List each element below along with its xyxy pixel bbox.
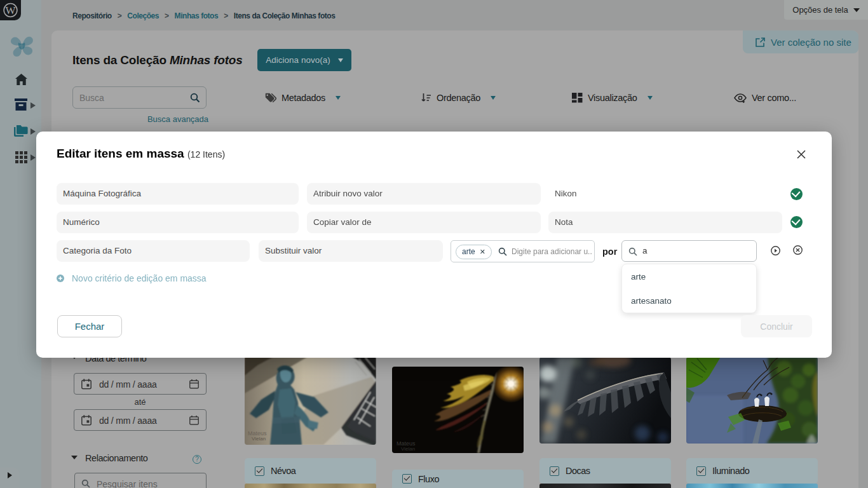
svg-text:W: W bbox=[5, 4, 16, 17]
svg-text:Vielan: Vielan bbox=[401, 446, 415, 452]
svg-text:Vielan: Vielan bbox=[252, 436, 266, 442]
